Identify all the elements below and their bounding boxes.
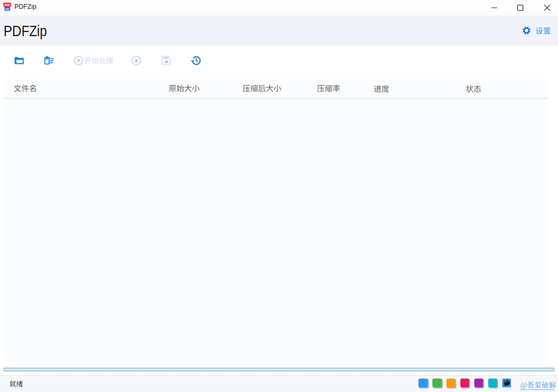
svg-text:PDF: PDF	[4, 4, 10, 7]
svg-text:PDF: PDF	[6, 8, 9, 10]
